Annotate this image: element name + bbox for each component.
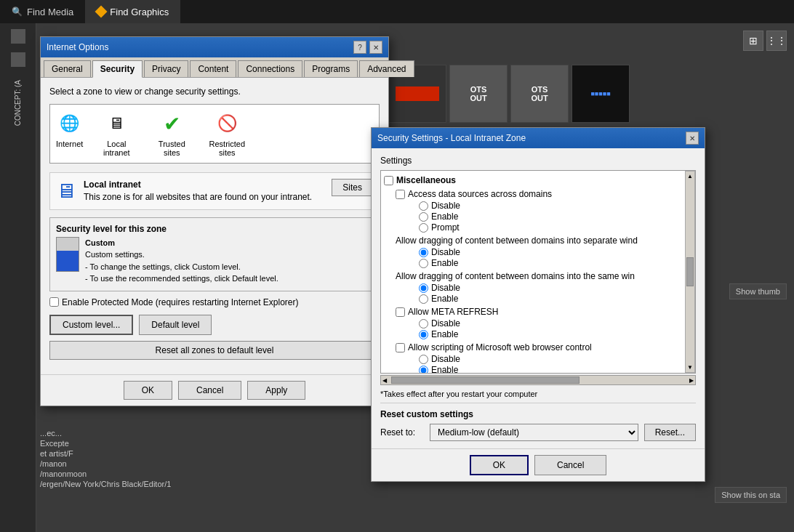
internet-options-dialog: Internet Options ? ✕ General Security Pr… bbox=[40, 36, 389, 406]
zone-restricted-sites[interactable]: 🚫 Restricted sites bbox=[205, 110, 249, 157]
tab-connections[interactable]: Connections bbox=[238, 60, 302, 77]
scroll-left-icon[interactable]: ◀ bbox=[381, 377, 388, 384]
dialog-footer-buttons: OK Cancel Apply bbox=[41, 374, 388, 406]
reset-all-zones-button[interactable]: Reset all zones to default level bbox=[49, 341, 380, 360]
scripting-text: Allow scripting of Microsoft web browser… bbox=[408, 342, 592, 352]
grid-icon-btn[interactable]: ⊞ bbox=[743, 31, 763, 51]
apply-button[interactable]: Apply bbox=[247, 381, 305, 400]
scroll-right-icon[interactable]: ▶ bbox=[688, 377, 695, 384]
close-button[interactable]: ✕ bbox=[369, 41, 382, 54]
zone-local-intranet[interactable]: 🖥 Local intranet bbox=[95, 110, 138, 157]
ok-button[interactable]: OK bbox=[124, 381, 172, 400]
custom-label: Custom bbox=[85, 238, 115, 247]
meta-refresh-checkbox[interactable] bbox=[396, 307, 405, 317]
reset-to-select[interactable]: Medium-low (default) Low Medium High bbox=[430, 424, 638, 441]
meta-refresh-disable-radio[interactable] bbox=[419, 319, 428, 329]
dialog-tabs: General Security Privacy Content Connect… bbox=[41, 57, 388, 78]
security-level-indicator bbox=[56, 237, 79, 272]
custom-level-button[interactable]: Custom level... bbox=[49, 315, 133, 335]
security-ok-button[interactable]: OK bbox=[470, 455, 529, 475]
drag-same-disable-row: Disable bbox=[419, 283, 692, 293]
find-graphics-button[interactable]: Find Graphics bbox=[85, 0, 180, 23]
dialog-title: Internet Options bbox=[47, 42, 108, 52]
cancel-button[interactable]: Cancel bbox=[178, 381, 241, 400]
local-intranet-title: Local intranet bbox=[84, 180, 141, 190]
sites-button[interactable]: Sites bbox=[332, 179, 373, 196]
vertical-scrollbar[interactable]: ▲ ▼ bbox=[685, 171, 695, 373]
scroll-thumb[interactable] bbox=[686, 180, 694, 364]
trusted-sites-icon: ✔ bbox=[159, 110, 185, 137]
tab-privacy[interactable]: Privacy bbox=[144, 60, 188, 77]
scripting-enable-label: Enable bbox=[431, 365, 458, 374]
settings-list[interactable]: Miscellaneous Access data sources across… bbox=[380, 170, 696, 374]
sidebar-label-concept: CONCEPT: (A bbox=[14, 80, 22, 126]
apps-icon-btn[interactable]: ⋮⋮ bbox=[766, 31, 787, 51]
show-thumbnails-button[interactable]: Show thumb bbox=[729, 283, 787, 299]
zone-restricted-sites-label: Restricted sites bbox=[205, 140, 249, 157]
find-media-button[interactable]: 🔍 Find Media bbox=[0, 0, 85, 23]
zone-trusted-sites[interactable]: ✔ Trusted sites bbox=[150, 110, 193, 157]
drag-separate-label-row: Allow dragging of content between domain… bbox=[396, 234, 692, 247]
drag-same-disable-label: Disable bbox=[431, 283, 460, 293]
security-settings-close-button[interactable]: ✕ bbox=[686, 132, 699, 145]
access-data-disable-label: Disable bbox=[431, 201, 460, 211]
zone-buttons-row: Custom level... Default level bbox=[49, 315, 380, 335]
zone-trusted-sites-label: Trusted sites bbox=[150, 140, 193, 157]
drag-sep-disable-radio[interactable] bbox=[419, 248, 428, 257]
scripting-checkbox[interactable] bbox=[396, 343, 405, 352]
security-settings-footer: OK Cancel bbox=[372, 448, 705, 481]
sidebar-icon-1[interactable] bbox=[11, 29, 25, 44]
thumb-2[interactable]: OTSOUT bbox=[449, 65, 508, 123]
tab-programs[interactable]: Programs bbox=[304, 60, 358, 77]
zone-instruction: Select a zone to view or change security… bbox=[49, 86, 380, 97]
scroll-up-icon[interactable]: ▲ bbox=[687, 173, 693, 180]
bottom-item-4: /manonmoon bbox=[40, 469, 171, 478]
horizontal-scrollbar[interactable]: ◀ ▶ bbox=[380, 375, 696, 385]
search-icon: 🔍 bbox=[12, 7, 23, 17]
dialog-titlebar: Internet Options ? ✕ bbox=[41, 37, 388, 57]
sidebar-icon-2[interactable] bbox=[11, 52, 25, 67]
scripting-disable-radio[interactable] bbox=[419, 355, 428, 364]
local-intranet-info-box: 🖥 Local intranet This zone is for all we… bbox=[49, 172, 380, 210]
right-icons: ⊞ ⋮⋮ bbox=[743, 31, 787, 51]
access-data-prompt-row: Prompt bbox=[419, 222, 692, 233]
security-settings-dialog: Security Settings - Local Intranet Zone … bbox=[371, 127, 705, 482]
default-level-button[interactable]: Default level bbox=[139, 315, 212, 335]
drag-sep-disable-row: Disable bbox=[419, 247, 692, 257]
scripting-disable-label: Disable bbox=[431, 354, 460, 364]
tab-advanced[interactable]: Advanced bbox=[359, 60, 414, 77]
scroll-h-thumb[interactable] bbox=[391, 376, 580, 384]
protected-mode-checkbox[interactable] bbox=[49, 297, 59, 307]
internet-icon: 🌐 bbox=[57, 110, 83, 137]
local-intranet-icon: 🖥 bbox=[56, 179, 76, 203]
tab-security[interactable]: Security bbox=[92, 60, 143, 78]
show-on-sta-label: Show this on sta bbox=[721, 491, 780, 499]
access-data-label: Access data sources across domains bbox=[396, 188, 692, 201]
sec-item-meta-refresh: Allow META REFRESH Disable Enable bbox=[396, 305, 692, 340]
thumb-4[interactable]: ■■■■■ bbox=[572, 65, 630, 123]
reset-button[interactable]: Reset... bbox=[644, 424, 696, 441]
tab-general[interactable]: General bbox=[44, 60, 91, 77]
reset-custom-section: Reset custom settings Reset to: Medium-l… bbox=[380, 403, 696, 441]
help-button[interactable]: ? bbox=[353, 41, 366, 54]
scripting-enable-radio[interactable] bbox=[419, 366, 428, 374]
access-data-enable-radio[interactable] bbox=[419, 212, 428, 222]
sec-item-drag-separate: Allow dragging of content between domain… bbox=[396, 233, 692, 269]
show-on-sta-button[interactable]: Show this on sta bbox=[715, 487, 787, 503]
drag-sep-enable-radio[interactable] bbox=[419, 259, 428, 268]
drag-same-disable-radio[interactable] bbox=[419, 283, 428, 293]
tab-content[interactable]: Content bbox=[190, 60, 236, 77]
security-cancel-button[interactable]: Cancel bbox=[534, 455, 606, 475]
misc-checkbox[interactable] bbox=[384, 176, 393, 185]
meta-refresh-enable-radio[interactable] bbox=[419, 330, 428, 339]
access-data-checkbox[interactable] bbox=[396, 190, 405, 199]
bottom-item-2: et artist/F bbox=[40, 449, 171, 458]
access-data-disable-radio[interactable] bbox=[419, 201, 428, 211]
zone-internet[interactable]: 🌐 Internet bbox=[56, 110, 83, 157]
thumb-3[interactable]: OTSOUT bbox=[510, 65, 569, 123]
access-data-prompt-radio[interactable] bbox=[419, 223, 428, 233]
local-intranet-icon-zone: 🖥 bbox=[103, 110, 129, 137]
drag-separate-radio-group: Disable Enable bbox=[419, 247, 692, 268]
scroll-down-icon[interactable]: ▼ bbox=[687, 364, 693, 371]
drag-same-enable-radio[interactable] bbox=[419, 294, 428, 304]
